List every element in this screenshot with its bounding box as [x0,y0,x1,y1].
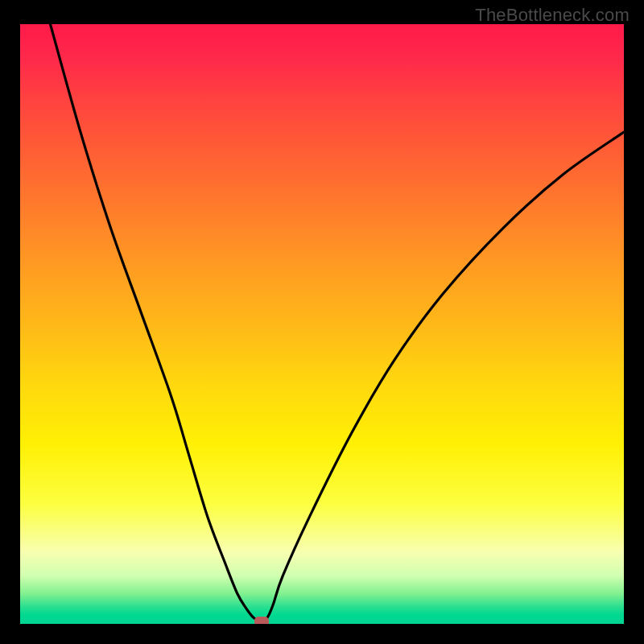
optimal-marker [254,617,269,624]
watermark-text: TheBottleneck.com [475,5,630,26]
chart-svg [20,24,624,624]
plot-area [20,24,624,624]
bottleneck-curve [51,24,625,622]
